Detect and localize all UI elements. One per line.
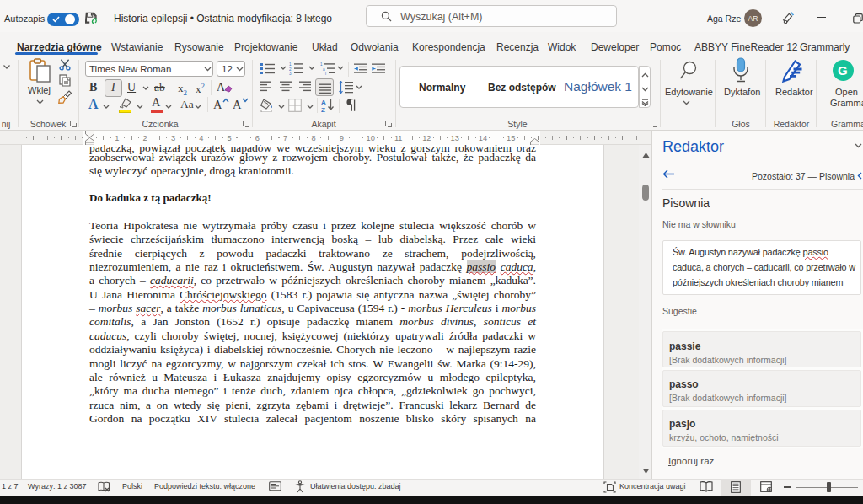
svg-text:i: i xyxy=(325,72,326,75)
svg-text:A: A xyxy=(321,99,326,106)
svg-text:3: 3 xyxy=(289,72,292,75)
svg-text:Z: Z xyxy=(321,106,325,113)
